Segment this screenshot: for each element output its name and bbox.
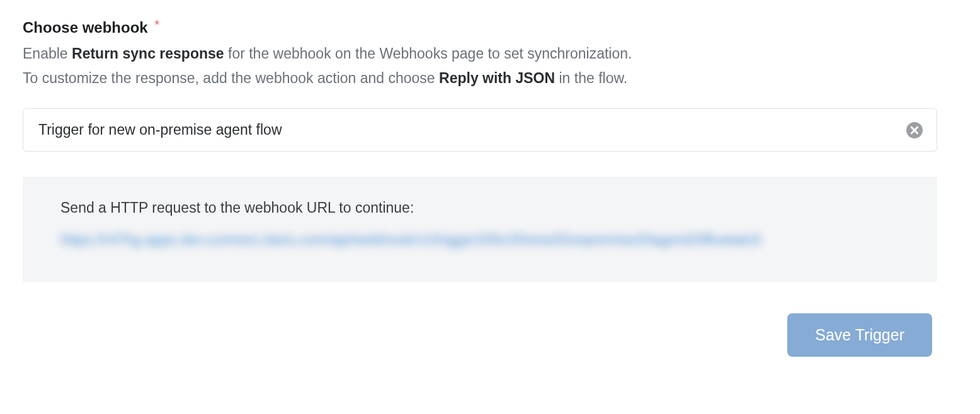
help-text-segment: in the flow. xyxy=(555,70,627,86)
clear-selection-icon[interactable] xyxy=(906,122,923,138)
help-text-bold: Reply with JSON xyxy=(439,70,555,86)
save-trigger-button[interactable]: Save Trigger xyxy=(787,313,932,357)
webhook-url-panel: Send a HTTP request to the webhook URL t… xyxy=(23,177,937,282)
help-text-segment: To customize the response, add the webho… xyxy=(23,70,439,86)
webhook-select[interactable]: Trigger for new on-premise agent flow xyxy=(23,108,937,152)
field-help-text: Enable Return sync response for the webh… xyxy=(23,42,957,91)
webhook-url-value: https://r47hg.apps.dev.connect.claris.co… xyxy=(60,227,899,254)
help-text-segment: Enable xyxy=(23,45,72,62)
help-text-segment: for the webhook on the Webhooks page to … xyxy=(224,45,632,62)
field-label-row: Choose webhook * xyxy=(23,19,957,36)
required-asterisk: * xyxy=(154,18,159,31)
webhook-url-label: Send a HTTP request to the webhook URL t… xyxy=(60,199,899,216)
action-row: Save Trigger xyxy=(23,313,932,357)
field-label: Choose webhook xyxy=(23,19,148,36)
help-text-bold: Return sync response xyxy=(72,45,224,62)
webhook-select-value: Trigger for new on-premise agent flow xyxy=(38,121,282,138)
